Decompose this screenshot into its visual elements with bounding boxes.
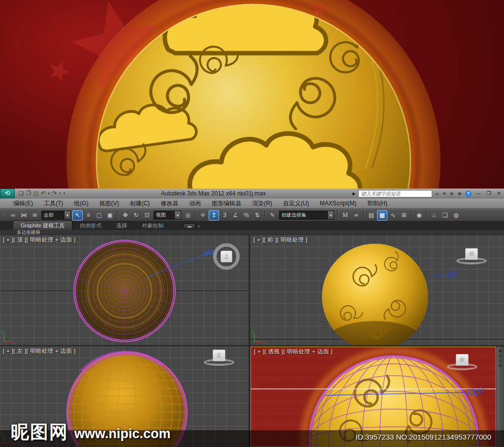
minimize-button[interactable]: — — [474, 191, 482, 196]
rendered-frame-window-button[interactable]: ❏ — [440, 210, 450, 221]
toolbar-separator — [264, 210, 265, 220]
material-editor-button[interactable]: ◉ — [414, 210, 424, 221]
named-selection-set-dropdown[interactable]: 创建选择集 ▼ — [279, 211, 334, 220]
communication-center-icon[interactable]: ➤ — [450, 191, 454, 196]
select-and-rotate-button[interactable]: ↻ — [131, 210, 141, 221]
keyboard-shortcut-override-button[interactable]: ↥ — [209, 210, 219, 221]
tab-graphite-modeling-tools[interactable]: Graphite 建模工具 — [13, 221, 72, 230]
new-scene-icon[interactable]: ❑ — [19, 191, 24, 196]
render-setup-button[interactable]: ♨ — [429, 210, 440, 221]
redo-icon[interactable]: ↷ — [52, 191, 57, 196]
close-button[interactable]: ✕ — [496, 191, 503, 196]
spinner-snap-button[interactable]: ⇅ — [252, 210, 262, 221]
viewcube[interactable]: 前 — [447, 354, 477, 370]
rectangular-selection-region-button[interactable]: ▢ — [94, 210, 104, 221]
search-input[interactable] — [358, 190, 432, 197]
select-and-move-button[interactable]: ✥ — [120, 210, 130, 221]
toolbar-separator — [411, 210, 412, 220]
panel-glyph: ▤ — [499, 358, 503, 363]
viewport-perspective-label[interactable]: [ + ][ 透视 ][ 明暗处理 + 边面 ] — [254, 348, 333, 355]
search-binoculars-icon[interactable]: ∞ — [435, 191, 439, 196]
select-and-link-button[interactable]: ∞ — [8, 210, 18, 221]
bind-to-space-warp-button[interactable]: ≋ — [30, 210, 40, 221]
menu-modifiers[interactable]: 修改器 — [155, 198, 184, 209]
viewcube-face-label[interactable]: 上 — [220, 251, 232, 262]
menu-help[interactable]: 帮助(H) — [362, 198, 393, 209]
angle-snap-button[interactable]: ∠ — [230, 210, 241, 221]
menu-animation[interactable]: 动画 — [184, 198, 206, 209]
viewcube[interactable]: 前 — [456, 248, 487, 264]
viewcube[interactable]: 左 — [204, 350, 234, 366]
save-file-icon[interactable]: ◫ — [33, 191, 38, 196]
panel-glyph: ▥ — [499, 353, 503, 358]
watermark-logo: 昵图网 www.nipic.com — [11, 420, 171, 445]
viewport-front-label[interactable]: [ + ][ 前 ][ 明暗处理 ] — [253, 236, 308, 244]
light-gizmo — [204, 250, 213, 256]
select-and-manipulate-button[interactable]: ✛ — [198, 210, 208, 221]
quick-access-options-icon[interactable]: ▾ — [63, 192, 65, 195]
svg-text:x: x — [13, 340, 15, 345]
help-icon[interactable]: ? — [465, 191, 472, 197]
use-pivot-point-center-button[interactable]: ◎ — [183, 210, 193, 221]
menu-create[interactable]: 创建(C) — [125, 198, 156, 209]
viewport-top[interactable]: x y 上 [ + ][ 顶 ][ 明暗处理 + 边面 ] — [0, 235, 249, 345]
edit-named-selection-sets-button[interactable]: ✎ — [267, 210, 278, 221]
app-logo-button[interactable]: ⟲ — [0, 189, 15, 198]
restore-button[interactable]: ❐ — [485, 191, 493, 196]
reference-coordinate-dropdown[interactable]: 视图 ▼ — [154, 211, 181, 220]
select-by-name-button[interactable]: ≡ — [83, 210, 94, 221]
axis-tripod: x y — [252, 329, 265, 345]
menu-tools[interactable]: 工具(T) — [38, 198, 68, 209]
toolbar-separator — [363, 210, 364, 220]
unlink-selection-button[interactable]: ⋈ — [19, 210, 29, 221]
menu-edit[interactable]: 编辑(E) — [8, 198, 38, 209]
search-expand-icon[interactable]: ▶ — [352, 192, 355, 196]
undo-dropdown-icon[interactable]: ▾ — [48, 192, 50, 195]
menu-maxscript[interactable]: MAXScript(M) — [315, 198, 362, 209]
schematic-view-button[interactable]: ⊞ — [399, 210, 409, 221]
menu-group[interactable]: 组(G) — [68, 198, 94, 209]
viewport-front[interactable]: x y 前 [ + ][ 前 ][ 明暗处理 ] — [251, 235, 504, 345]
mirror-button[interactable]: M — [340, 210, 350, 221]
title-bar: ⟲ ❑ ❒ ◫ ↶ ▾ ↷ ▾ ▾ Autodesk 3ds Max 2012 … — [0, 189, 504, 198]
curve-editor-button[interactable]: ∿ — [388, 210, 398, 221]
menu-rendering[interactable]: 渲染(R) — [247, 198, 278, 209]
tab-object-paint[interactable]: 对象绘制 — [134, 221, 171, 230]
align-button[interactable]: ≍ — [351, 210, 361, 221]
quick-access-toolbar: ❑ ❒ ◫ ↶ ▾ ↷ ▾ ▾ — [19, 191, 65, 196]
viewport-top-label[interactable]: [ + ][ 顶 ][ 明暗处理 + 边面 ] — [3, 236, 76, 244]
main-toolbar: ⋮ ∞ ⋈ ≋ 全部 ▼ ↖ ≡ ▢ ▣ ✥ ↻ ⊡ 视图 ▼ ◎ ✛ ↥ 3 … — [0, 209, 504, 222]
light-gizmo — [447, 272, 457, 278]
percent-snap-button[interactable]: % — [241, 210, 252, 221]
menu-views[interactable]: 视图(V) — [94, 198, 125, 209]
ribbon-minimize-button[interactable]: ▬ — [184, 224, 195, 229]
toolbar-separator — [426, 210, 427, 220]
manage-layers-button[interactable]: ▤ — [366, 210, 377, 221]
render-production-button[interactable]: ◍ — [451, 210, 461, 221]
open-file-icon[interactable]: ❒ — [26, 191, 31, 196]
favorites-star-icon[interactable]: ★ — [457, 191, 462, 196]
tab-freeform[interactable]: 自由形式 — [72, 221, 109, 230]
window-title: Autodesk 3ds Max 2012 x64 — [161, 190, 235, 197]
tab-selection[interactable]: 选择 — [109, 221, 134, 230]
screenshot-root: ⟲ ❑ ❒ ◫ ↶ ▾ ↷ ▾ ▾ Autodesk 3ds Max 2012 … — [0, 0, 504, 447]
snaps-toggle-button[interactable]: 3 — [220, 210, 230, 221]
viewcube-compass-ring — [456, 257, 487, 264]
toolbar-grip[interactable]: ⋮ — [1, 213, 6, 218]
selection-filter-dropdown[interactable]: 全部 ▼ — [41, 211, 71, 220]
graphite-ribbon-toggle-button[interactable]: ▦ — [377, 210, 387, 221]
ribbon-minimize-arrow-icon[interactable]: ▾ — [198, 224, 200, 228]
viewcube[interactable]: 上 — [213, 243, 240, 270]
select-and-scale-button[interactable]: ⊡ — [142, 210, 152, 221]
menu-customize[interactable]: 自定义(U) — [278, 198, 315, 209]
undo-icon[interactable]: ↶ — [41, 191, 45, 196]
viewport-left-label[interactable]: [ + ][ 左 ][ 明暗处理 + 边面 ] — [3, 348, 76, 355]
subscription-key-icon[interactable]: ✦ — [442, 191, 446, 196]
svg-text:y: y — [252, 329, 254, 334]
panel-polygon-modeling[interactable]: 多边形建模 — [17, 229, 40, 236]
select-object-button[interactable]: ↖ — [72, 210, 83, 221]
menu-graph-editors[interactable]: 图形编辑器 — [206, 198, 247, 209]
redo-dropdown-icon[interactable]: ▾ — [59, 192, 61, 195]
window-crossing-button[interactable]: ▣ — [105, 210, 115, 221]
viewcube-compass-ring — [204, 359, 234, 366]
